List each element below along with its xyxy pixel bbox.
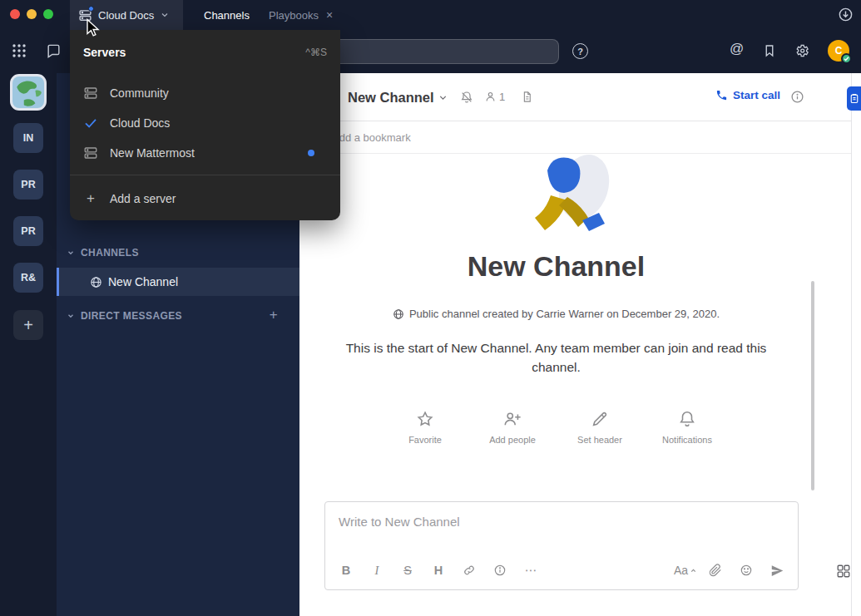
send-button[interactable] (765, 558, 789, 583)
scrollbar[interactable] (811, 281, 814, 490)
update-download-icon[interactable] (838, 7, 854, 22)
team-item-3[interactable]: R& (13, 263, 43, 293)
channel-created-text: Public channel created by Carrie Warner … (409, 308, 720, 320)
servers-menu-header: Servers ^⌘S (70, 38, 340, 67)
check-icon (83, 116, 98, 131)
channel-title-menu[interactable]: New Channel (348, 73, 448, 121)
member-icon (484, 91, 497, 103)
team-item-0[interactable]: IN (13, 123, 43, 153)
team-avatar-globe[interactable] (10, 74, 47, 111)
text-format-toggle-button[interactable]: Aa (674, 564, 697, 577)
app-window: Cloud Docs Channels Playbooks × ? @ (0, 0, 861, 616)
more-formatting-button[interactable]: ⋯ (518, 558, 543, 583)
close-window-button[interactable] (10, 9, 20, 19)
search-input[interactable] (309, 40, 558, 63)
add-bookmark-label[interactable]: Add a bookmark (332, 131, 411, 144)
dm-section-label: DIRECT MESSAGES (81, 310, 182, 322)
member-count: 1 (499, 91, 505, 103)
menu-item-label: Community (110, 86, 169, 100)
bookmark-bar[interactable]: Add a bookmark (299, 122, 851, 154)
product-switcher-grid-icon[interactable] (12, 43, 27, 58)
channels-section-header[interactable]: CHANNELS (67, 244, 289, 261)
unread-dot (308, 150, 314, 156)
muted-bell-icon[interactable] (460, 91, 473, 104)
strikethrough-button[interactable]: S (395, 558, 420, 583)
chevron-down-icon (67, 312, 75, 320)
menu-item-cloud-docs[interactable]: Cloud Docs (70, 108, 340, 138)
team-initials: IN (23, 132, 34, 144)
channels-chat-icon[interactable] (46, 43, 62, 59)
server-unread-dot (88, 6, 94, 12)
link-icon (463, 564, 476, 577)
tab-channels[interactable]: Channels (204, 0, 250, 30)
settings-gear-icon[interactable] (794, 43, 809, 58)
add-people-label: Add people (489, 435, 536, 445)
help-icon[interactable]: ? (572, 43, 588, 59)
sidebar-item-new-channel[interactable]: New Channel (57, 268, 299, 296)
emoji-button[interactable] (734, 558, 759, 583)
servers-menu-title: Servers (83, 46, 305, 59)
notifications-button[interactable]: Notifications (652, 410, 722, 445)
close-tab-icon[interactable]: × (326, 9, 333, 21)
servers-dropdown-menu: Servers ^⌘S Community Cloud Docs New Mat… (70, 30, 340, 220)
at-glyph: @ (730, 41, 744, 57)
info-icon (493, 564, 507, 577)
favorite-button[interactable]: Favorite (390, 410, 460, 445)
globe-icon (393, 308, 404, 320)
menu-item-community[interactable]: Community (70, 78, 340, 108)
mentions-at-icon[interactable]: @ (730, 41, 744, 57)
italic-button[interactable]: I (364, 558, 389, 583)
earth-icon (12, 76, 44, 108)
globe-icon (90, 276, 102, 288)
search-box[interactable] (308, 39, 559, 64)
plus-icon: + (83, 190, 98, 207)
apps-grid-icon[interactable] (836, 564, 851, 579)
channel-intro: New Channel Public channel created by Ca… (299, 154, 813, 501)
pinned-files-icon[interactable] (521, 91, 533, 103)
menu-item-label: New Mattermost (110, 146, 195, 160)
tab-playbooks-label: Playbooks (269, 9, 319, 22)
add-people-button[interactable]: Add people (478, 410, 547, 445)
main-content: New Channel 1 Start call Add a bookm (299, 73, 851, 616)
server-tab-label: Cloud Docs (98, 9, 154, 22)
online-status-badge (841, 53, 852, 64)
chevron-down-icon (67, 249, 75, 257)
bold-button[interactable]: B (334, 558, 359, 583)
add-team-button[interactable]: + (13, 310, 43, 340)
servers-menu-shortcut: ^⌘S (305, 47, 327, 58)
titlebar: Cloud Docs Channels Playbooks × (0, 0, 861, 30)
zoom-window-button[interactable] (43, 9, 53, 19)
saved-posts-icon[interactable] (762, 43, 777, 58)
chevron-down-icon (160, 10, 170, 20)
team-item-1[interactable]: PR (13, 170, 43, 200)
menu-item-new-mattermost[interactable]: New Mattermost (70, 138, 340, 168)
info-button[interactable] (487, 558, 512, 583)
chevron-up-icon (690, 567, 697, 574)
team-item-2[interactable]: PR (13, 216, 43, 246)
tab-playbooks[interactable]: Playbooks × (269, 0, 333, 30)
menu-item-label: Cloud Docs (110, 116, 170, 130)
start-call-button[interactable]: Start call (715, 89, 780, 101)
direct-messages-section-header[interactable]: DIRECT MESSAGES + (67, 308, 289, 324)
add-server-button[interactable]: + Add a server (70, 182, 340, 215)
heading-button[interactable]: H (426, 558, 451, 583)
channel-intro-description: This is the start of New Channel. Any te… (299, 338, 813, 377)
set-header-label: Set header (577, 435, 622, 445)
help-glyph: ? (577, 47, 583, 57)
person-plus-icon (502, 410, 522, 428)
minimize-window-button[interactable] (27, 9, 37, 19)
channel-intro-meta: Public channel created by Carrie Warner … (299, 308, 813, 320)
add-direct-message-button[interactable]: + (270, 307, 278, 323)
set-header-button[interactable]: Set header (565, 410, 635, 445)
message-input[interactable] (325, 502, 798, 545)
favorite-label: Favorite (408, 435, 442, 445)
link-button[interactable] (457, 558, 482, 583)
channel-name-label: New Channel (108, 275, 178, 288)
user-avatar[interactable]: C (828, 40, 849, 62)
channel-members-button[interactable]: 1 (484, 91, 505, 103)
channel-intro-title: New Channel (299, 250, 813, 283)
channel-info-icon[interactable] (790, 90, 804, 104)
attach-file-button[interactable] (703, 558, 728, 583)
playbooks-rail-button[interactable] (847, 86, 861, 111)
team-initials: PR (21, 179, 35, 190)
